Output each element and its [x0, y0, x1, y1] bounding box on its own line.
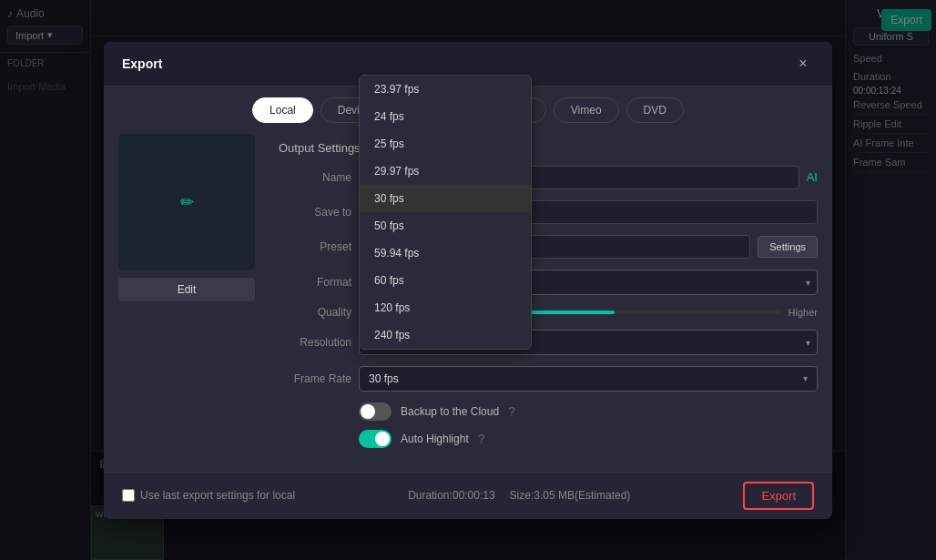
tab-local[interactable]: Local: [252, 97, 313, 123]
last-settings-checkbox-container: Use last export settings for local: [122, 489, 295, 502]
auto-highlight-label: Auto Highlight: [401, 433, 469, 445]
backup-cloud-label: Backup to the Cloud: [401, 405, 499, 418]
backup-cloud-toggle[interactable]: [359, 402, 392, 421]
footer-duration: Duration:00:00:13: [408, 489, 494, 502]
fps-option-24[interactable]: 24 fps: [360, 103, 531, 130]
backup-cloud-help-icon[interactable]: ?: [508, 404, 515, 419]
modal-body: ✏ Edit Output Settings Name AI Save to: [104, 134, 832, 472]
resolution-label: Resolution: [279, 336, 351, 349]
save-to-label: Save to: [279, 206, 351, 219]
quality-high-label: Higher: [788, 307, 818, 318]
fps-dropdown-popup: 23.97 fps 24 fps 25 fps 29.97 fps 30 fps…: [359, 75, 532, 350]
fps-option-2397[interactable]: 23.97 fps: [360, 76, 531, 103]
export-modal: Export × Local Device YouTube TikTok Vim…: [104, 42, 832, 519]
edit-button[interactable]: Edit: [118, 278, 255, 301]
tab-dvd[interactable]: DVD: [626, 97, 684, 123]
fps-option-25[interactable]: 25 fps: [360, 130, 531, 158]
auto-highlight-knob: [375, 432, 390, 446]
fps-option-120[interactable]: 120 fps: [360, 294, 531, 321]
name-label: Name: [279, 171, 351, 184]
frame-rate-label: Frame Rate: [279, 372, 351, 385]
auto-highlight-row: Auto Highlight ?: [359, 430, 818, 448]
preview-panel: ✏ Edit: [118, 134, 264, 457]
video-preview: ✏: [118, 134, 255, 270]
auto-highlight-help-icon[interactable]: ?: [478, 432, 485, 446]
ai-icon: AI: [807, 170, 818, 184]
modal-footer: Use last export settings for local Durat…: [104, 472, 832, 519]
fps-option-5994[interactable]: 59.94 fps: [360, 239, 531, 267]
settings-button[interactable]: Settings: [758, 236, 818, 258]
backup-cloud-row: Backup to the Cloud ?: [359, 402, 818, 421]
modal-close-button[interactable]: ×: [792, 53, 814, 75]
preset-label: Preset: [279, 240, 351, 253]
footer-size: Size:3.05 MB(Estimated): [510, 489, 631, 502]
auto-highlight-toggle[interactable]: [359, 430, 392, 448]
fps-option-30[interactable]: 30 fps: [360, 185, 531, 212]
fps-option-2997[interactable]: 29.97 fps: [360, 158, 531, 185]
last-settings-checkbox[interactable]: [122, 489, 135, 502]
fps-current-value: 30 fps: [369, 372, 803, 385]
fps-chevron-icon: ▾: [803, 373, 808, 383]
fps-option-50[interactable]: 50 fps: [360, 212, 531, 239]
footer-info: Duration:00:00:13 Size:3.05 MB(Estimated…: [408, 489, 630, 502]
quality-label: Quality: [279, 306, 351, 319]
settings-panel: Output Settings Name AI Save to Preset S…: [279, 134, 818, 457]
pencil-icon: ✏: [180, 192, 194, 212]
fps-option-240[interactable]: 240 fps: [360, 321, 531, 349]
frame-rate-dropdown[interactable]: 23.97 fps 24 fps 25 fps 29.97 fps 30 fps…: [359, 366, 818, 392]
frame-rate-row: Frame Rate 23.97 fps 24 fps 25 fps 29.97…: [279, 366, 818, 392]
fps-option-60[interactable]: 60 fps: [360, 267, 531, 294]
tab-vimeo[interactable]: Vimeo: [554, 97, 619, 123]
last-settings-label: Use last export settings for local: [140, 489, 295, 502]
modal-overlay: Export × Local Device YouTube TikTok Vim…: [0, 0, 936, 560]
modal-title: Export: [122, 56, 162, 71]
backup-cloud-knob: [361, 404, 375, 419]
format-label: Format: [279, 276, 351, 289]
fps-select-trigger[interactable]: 30 fps ▾: [359, 366, 818, 392]
footer-export-button[interactable]: Export: [743, 482, 814, 510]
